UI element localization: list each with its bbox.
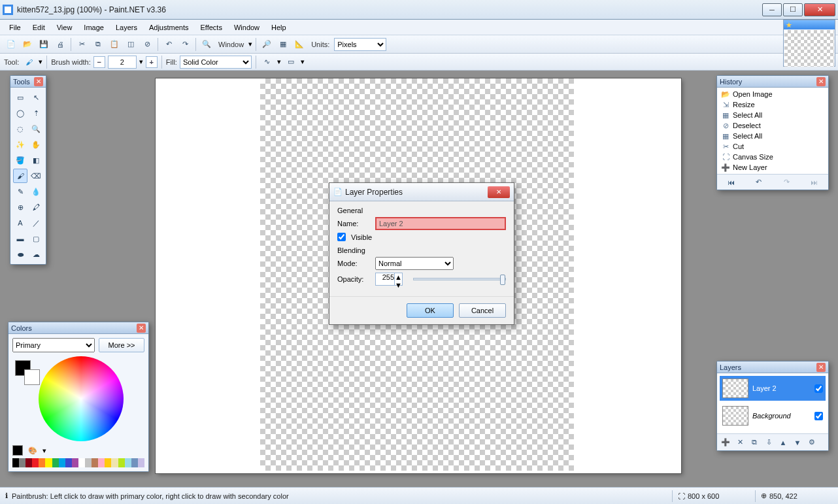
line-tool[interactable]: ／: [29, 216, 43, 230]
color-wheel[interactable]: [39, 356, 124, 441]
layer-row[interactable]: Layer 2: [720, 376, 826, 401]
slider-thumb[interactable]: [500, 275, 505, 285]
palette-swatch[interactable]: [98, 458, 105, 467]
freeform-tool[interactable]: ☁: [29, 247, 43, 261]
zoom-actual-icon[interactable]: 🔎: [260, 37, 274, 52]
layer-row[interactable]: Background: [720, 403, 826, 428]
current-tool-brush-icon[interactable]: 🖌: [22, 55, 36, 69]
tools-panel-close-icon[interactable]: ✕: [34, 77, 43, 86]
layers-panel-close-icon[interactable]: ✕: [816, 363, 826, 372]
brush-width-decrease[interactable]: −: [93, 56, 105, 68]
open-file-icon[interactable]: 📂: [20, 37, 35, 52]
zoom-dropdown-icon[interactable]: ▾: [248, 40, 252, 48]
paint-bucket-tool[interactable]: 🪣: [13, 153, 27, 167]
layer-up-icon[interactable]: ▲: [777, 437, 789, 448]
clone-stamp-tool[interactable]: ⊕: [13, 200, 27, 214]
recolor-tool[interactable]: 🖍: [29, 200, 43, 214]
brush-width-input[interactable]: [108, 56, 137, 69]
recent-color-swatch[interactable]: [12, 445, 23, 456]
history-item[interactable]: ➕New Layer: [717, 162, 828, 173]
opacity-slider[interactable]: [413, 278, 506, 280]
history-item[interactable]: ⊘Deselect: [717, 120, 828, 131]
history-panel-close-icon[interactable]: ✕: [816, 77, 826, 86]
layer-merge-icon[interactable]: ⇩: [763, 437, 775, 448]
history-redo-icon[interactable]: ↷: [780, 176, 792, 188]
redo-icon[interactable]: ↷: [178, 37, 192, 52]
dialog-cancel-button[interactable]: Cancel: [459, 303, 506, 318]
menu-file[interactable]: File: [4, 22, 26, 33]
zoom-icon[interactable]: 🔍: [199, 37, 214, 52]
antialias-icon[interactable]: ∿: [260, 55, 275, 69]
palette-swatch[interactable]: [32, 458, 39, 467]
palette-swatch[interactable]: [45, 458, 52, 467]
layer-properties-icon[interactable]: ⚙: [806, 437, 818, 448]
fill-select[interactable]: Solid Color: [180, 56, 252, 69]
copy-icon[interactable]: ⧉: [91, 37, 105, 52]
palette-swatch[interactable]: [92, 458, 98, 467]
antialias-dropdown-icon[interactable]: ▾: [277, 58, 281, 66]
menu-layers[interactable]: Layers: [110, 22, 142, 33]
menu-image[interactable]: Image: [78, 22, 109, 33]
palette-swatch[interactable]: [65, 458, 72, 467]
rectangle-tool[interactable]: ▬: [13, 231, 27, 246]
deselect-icon[interactable]: ⊘: [140, 37, 154, 52]
palette-swatch[interactable]: [78, 458, 85, 467]
new-file-icon[interactable]: 📄: [4, 37, 18, 52]
history-fastforward-icon[interactable]: ⏭: [809, 176, 820, 188]
rounded-rect-tool[interactable]: ▢: [29, 231, 43, 246]
paintbrush-tool[interactable]: 🖌: [13, 169, 27, 183]
save-icon[interactable]: 💾: [37, 37, 51, 52]
close-button[interactable]: ✕: [804, 3, 835, 16]
units-select[interactable]: Pixels: [334, 38, 386, 51]
palette-swatch[interactable]: [118, 458, 125, 467]
palette-swatch[interactable]: [138, 458, 144, 467]
move-selection-tool[interactable]: ⇡: [29, 106, 43, 120]
palette-swatch[interactable]: [12, 458, 19, 467]
minimize-button[interactable]: ─: [762, 3, 782, 16]
lasso-tool[interactable]: ◯: [13, 106, 27, 120]
layer-delete-icon[interactable]: ✕: [734, 437, 746, 448]
palette-swatch[interactable]: [131, 458, 138, 467]
history-item[interactable]: ▦Select All: [717, 110, 828, 120]
dialog-close-icon[interactable]: ✕: [488, 186, 510, 198]
blend-dropdown-icon[interactable]: ▾: [301, 58, 305, 66]
palette-swatch[interactable]: [105, 458, 111, 467]
palette-swatch[interactable]: [125, 458, 131, 467]
colors-more-button[interactable]: More >>: [99, 338, 144, 352]
ellipse-select-tool[interactable]: ◌: [13, 122, 27, 136]
color-picker-tool[interactable]: 💧: [29, 184, 43, 199]
layer-visible-checkbox[interactable]: [337, 233, 346, 241]
pan-tool[interactable]: ✋: [29, 137, 43, 152]
secondary-color-swatch[interactable]: [24, 369, 40, 385]
colors-panel-close-icon[interactable]: ✕: [137, 324, 146, 333]
brush-width-dropdown-icon[interactable]: ▾: [139, 58, 143, 66]
add-color-icon[interactable]: 🎨: [28, 446, 37, 455]
color-dropdown-icon[interactable]: ▾: [42, 446, 46, 455]
blend-mode-select[interactable]: Normal: [375, 257, 454, 270]
rulers-icon[interactable]: 📐: [292, 37, 307, 52]
history-item[interactable]: ▦Select All: [717, 131, 828, 141]
menu-help[interactable]: Help: [266, 22, 292, 33]
history-rewind-icon[interactable]: ⏮: [725, 176, 737, 188]
layer-down-icon[interactable]: ▼: [792, 437, 803, 448]
color-scope-select[interactable]: Primary: [12, 338, 95, 352]
history-item[interactable]: ⇲Resize: [717, 99, 828, 110]
move-tool[interactable]: ↖: [29, 90, 43, 105]
navigator-thumbnail[interactable]: [784, 30, 834, 67]
palette-swatch[interactable]: [39, 458, 45, 467]
history-undo-icon[interactable]: ↶: [753, 176, 765, 188]
history-item[interactable]: ⛶Canvas Size: [717, 152, 828, 162]
palette-swatch[interactable]: [111, 458, 118, 467]
dialog-ok-button[interactable]: OK: [407, 303, 454, 318]
zoom-tool[interactable]: 🔍: [29, 122, 43, 136]
history-item[interactable]: 📂Open Image: [717, 89, 828, 99]
navigator-panel[interactable]: ★: [783, 20, 835, 67]
rect-select-tool[interactable]: ▭: [13, 90, 27, 105]
menu-window[interactable]: Window: [229, 22, 265, 33]
paste-icon[interactable]: 📋: [107, 37, 122, 52]
color-palette[interactable]: [12, 458, 144, 467]
text-tool[interactable]: A: [13, 216, 27, 230]
palette-swatch[interactable]: [85, 458, 92, 467]
layer-visibility-checkbox[interactable]: [814, 412, 823, 420]
opacity-spinner[interactable]: ▲▼: [394, 273, 402, 285]
